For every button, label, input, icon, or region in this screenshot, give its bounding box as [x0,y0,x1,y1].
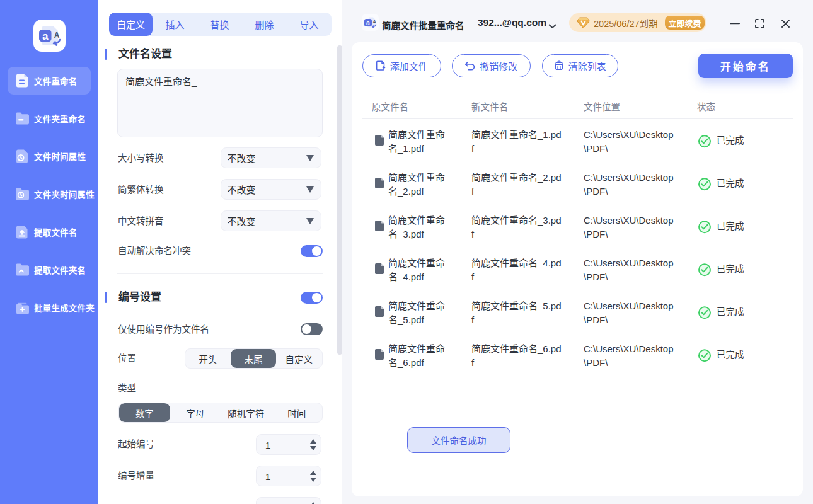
increment-input[interactable]: 1 [256,466,321,486]
start-number-stepper[interactable] [310,439,316,450]
type-label: 类型 [118,382,136,394]
status-cell: 已完成 [698,348,744,362]
tab-insert[interactable]: 插入 [153,13,197,36]
start-number-input[interactable]: 1 [256,434,321,455]
status-text: 已完成 [717,134,744,148]
sidebar-item-folder-rename[interactable]: 文件夹重命名 [8,105,91,132]
position-option-end[interactable]: 末尾 [231,349,276,368]
numbering-enable-toggle[interactable] [301,292,323,304]
traditional-convert-label: 简繁体转换 [118,183,164,196]
sidebar-item-extract-foldername[interactable]: 提取文件夹名 [8,256,91,284]
case-convert-value: 不改变 [228,151,256,164]
app-logo: a A [33,20,66,52]
table-row[interactable]: 简鹿文件重命名_3.pdf 简鹿文件重命名_3.pdf C:\Users\XU\… [352,205,803,248]
only-number-toggle[interactable] [301,323,323,335]
position-label: 位置 [118,352,136,365]
step-up-icon[interactable] [310,471,316,475]
traditional-convert-select[interactable]: 不改变 [221,179,322,200]
tab-bar: 自定义 插入 替换 删除 导入 [109,13,332,36]
tab-replace[interactable]: 替换 [197,13,242,36]
status-text: 已完成 [717,177,744,191]
step-down-icon[interactable] [310,446,316,450]
pinyin-convert-value: 不改变 [228,214,256,227]
column-header-status: 状态 [697,100,715,113]
sidebar-item-extract-filename[interactable]: 提取文件名 [8,218,91,246]
sidebar-item-file-time[interactable]: 文件时间属性 [8,142,91,170]
account-menu[interactable]: 392...@qq.com [478,17,546,28]
extract-filename-icon [16,225,29,239]
titlebar-separator [718,19,718,28]
minimize-button[interactable] [726,14,744,32]
original-filename: 简鹿文件重命名_3.pdf [388,214,453,241]
position-option-custom[interactable]: 自定义 [276,349,321,368]
svg-text:a: a [366,19,370,26]
maximize-button[interactable] [751,14,768,32]
chevron-down-icon[interactable] [548,20,556,32]
license-pill[interactable]: 2025/06/27到期 立即续费 [569,13,706,32]
step-down-icon[interactable] [310,478,316,482]
type-option-time[interactable]: 时间 [272,403,323,422]
pinyin-convert-select[interactable]: 不改变 [221,210,322,231]
main-area: a A 简鹿文件批量重命名 392...@qq.com 2025/06/27到期… [342,0,813,504]
table-row[interactable]: 简鹿文件重命名_2.pdf 简鹿文件重命名_2.pdf C:\Users\XU\… [352,163,803,205]
original-filename: 简鹿文件重命名_5.pdf [388,299,453,326]
add-files-button[interactable]: 添加文件 [362,54,442,77]
new-filename: 简鹿文件重命名_6.pdf [471,342,563,369]
original-filename: 简鹿文件重命名_4.pdf [388,256,453,284]
clear-list-button[interactable]: 清除列表 [542,54,619,77]
table-row[interactable]: 简鹿文件重命名_6.pdf 简鹿文件重命名_6.pdf C:\Users\XU\… [352,334,803,377]
type-option-random[interactable]: 随机字符 [221,403,272,422]
svg-text:A: A [372,20,376,24]
sidebar-item-label: 提取文件夹名 [34,263,86,276]
status-cell: 已完成 [698,263,744,277]
renew-button[interactable]: 立即续费 [665,16,705,30]
conflict-resolve-toggle[interactable] [301,245,323,257]
increment-stepper[interactable] [310,471,316,482]
original-filename: 简鹿文件重命名_6.pdf [388,342,453,369]
tab-custom[interactable]: 自定义 [109,13,153,36]
step-up-icon[interactable] [310,502,316,504]
increment-value: 1 [265,471,270,481]
titlebar-app-icon: a A [362,14,379,31]
file-icon [375,135,384,148]
sidebar-item-label: 文件夹时间属性 [34,188,95,200]
svg-text:a: a [42,30,49,42]
position-segmented-control: 开头 末尾 自定义 [185,348,323,369]
file-location: C:\Users\XU\Desktop\PDF\ [584,342,675,369]
sidebar-item-folder-time[interactable]: 文件夹时间属性 [8,180,91,208]
rename-success-toast: 文件命名成功 [407,427,510,453]
table-row[interactable]: 简鹿文件重命名_4.pdf 简鹿文件重命名_4.pdf C:\Users\XU\… [352,248,803,291]
folder-time-icon [16,187,29,201]
status-text: 已完成 [717,348,744,362]
sidebar-item-file-rename[interactable]: 文件重命名 [8,67,91,94]
type-option-letter[interactable]: 字母 [170,403,221,422]
sidebar-item-label: 文件夹重命名 [34,112,86,125]
undo-button[interactable]: 撤销修改 [452,54,531,77]
close-button[interactable] [776,14,794,32]
status-text: 已完成 [717,306,744,319]
file-icon [375,349,384,362]
position-option-start[interactable]: 开头 [185,349,231,368]
add-file-icon [376,60,386,71]
table-row[interactable]: 简鹿文件重命名_1.pdf 简鹿文件重命名_1.pdf C:\Users\XU\… [352,120,803,163]
sidebar-item-batch-create-folder[interactable]: 批量生成文件夹 [8,294,91,321]
pinyin-convert-label: 中文转拼音 [118,215,164,227]
tab-import[interactable]: 导入 [287,13,332,36]
type-option-number[interactable]: 数字 [119,403,170,422]
vip-crown-icon [577,17,590,29]
digits-input[interactable] [256,497,321,504]
column-header-location: 文件位置 [584,100,620,113]
step-up-icon[interactable] [310,439,316,444]
success-check-icon [698,220,711,233]
conflict-resolve-label: 自动解决命名冲突 [118,244,191,257]
success-check-icon [698,306,711,319]
filename-template-input[interactable]: 简鹿文件重命名_ [117,69,323,137]
status-cell: 已完成 [698,177,744,191]
start-rename-button[interactable]: 开始命名 [698,54,793,79]
tab-delete[interactable]: 删除 [242,13,287,36]
case-convert-label: 大小写转换 [118,152,164,164]
table-row[interactable]: 简鹿文件重命名_5.pdf 简鹿文件重命名_5.pdf C:\Users\XU\… [352,291,803,334]
case-convert-select[interactable]: 不改变 [221,147,322,168]
numbering-settings-header: 编号设置 [105,292,161,303]
digits-stepper[interactable] [310,502,316,504]
